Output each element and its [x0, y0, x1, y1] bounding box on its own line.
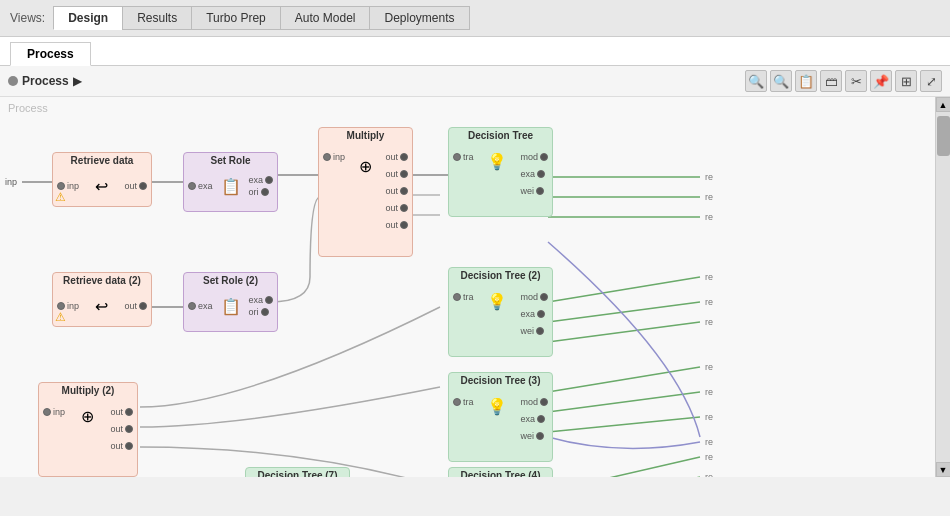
port-decision2-exa[interactable]: [537, 310, 545, 318]
multiply2-icon: ⊕: [74, 402, 102, 430]
port-retrieve2-inp[interactable]: [57, 302, 65, 310]
port-decision3-exa[interactable]: [537, 415, 545, 423]
node-multiply1-body: inp ⊕ out out out out out: [319, 143, 412, 248]
svg-text:re: re: [705, 472, 713, 477]
port-retrieve1-out[interactable]: [139, 182, 147, 190]
port-multiply2-out1[interactable]: [125, 408, 133, 416]
node-retrieve2-body: inp ↩ out: [53, 288, 151, 324]
port-multiply1-inp[interactable]: [323, 153, 331, 161]
port-multiply1-out2[interactable]: [400, 170, 408, 178]
zoom-in-icon[interactable]: 🔍: [770, 70, 792, 92]
node-setrole2[interactable]: Set Role (2) exa 📋 exa ori: [183, 272, 278, 332]
zoom-out-icon[interactable]: 🔍: [745, 70, 767, 92]
port-setrole2-ori[interactable]: [261, 308, 269, 316]
node-decision1-body: tra 💡 mod exa wei: [449, 143, 552, 200]
node-multiply2-title: Multiply (2): [39, 383, 137, 398]
svg-text:re: re: [705, 192, 713, 202]
svg-text:re: re: [705, 362, 713, 372]
tab-auto-model[interactable]: Auto Model: [280, 6, 370, 30]
svg-line-15: [548, 457, 700, 477]
port-decision3-tra[interactable]: [453, 398, 461, 406]
expand-icon[interactable]: ⤢: [920, 70, 942, 92]
node-decision4[interactable]: Decision Tree (4) tra 💡 mod exa: [448, 467, 553, 477]
port-multiply1-out1[interactable]: [400, 153, 408, 161]
port-decision1-tra[interactable]: [453, 153, 461, 161]
paste-icon[interactable]: 📌: [870, 70, 892, 92]
port-setrole2-exa-r[interactable]: [265, 296, 273, 304]
tab-turbo-prep[interactable]: Turbo Prep: [191, 6, 280, 30]
svg-text:re: re: [705, 437, 713, 447]
setrole1-icon: 📋: [217, 172, 245, 200]
top-bar: Views: Design Results Turbo Prep Auto Mo…: [0, 0, 950, 37]
svg-text:inp: inp: [5, 177, 17, 187]
scroll-down-arrow[interactable]: ▼: [936, 462, 951, 477]
port-multiply1-out4[interactable]: [400, 204, 408, 212]
scrollbar[interactable]: ▲ ▼: [935, 97, 950, 477]
save-icon[interactable]: 🗃: [820, 70, 842, 92]
cut-icon[interactable]: ✂: [845, 70, 867, 92]
node-setrole1[interactable]: Set Role exa 📋 exa ori: [183, 152, 278, 212]
node-setrole2-body: exa 📋 exa ori: [184, 288, 277, 324]
tab-design[interactable]: Design: [53, 6, 122, 30]
node-decision7[interactable]: Decision Tree (7) tra 💡 mod exa: [245, 467, 350, 477]
svg-text:re: re: [705, 412, 713, 422]
node-setrole1-title: Set Role: [184, 153, 277, 168]
port-setrole2-exa-l[interactable]: [188, 302, 196, 310]
port-decision2-wei[interactable]: [536, 327, 544, 335]
node-retrieve1[interactable]: Retrieve data inp ↩ out ⚠: [52, 152, 152, 207]
port-multiply2-inp[interactable]: [43, 408, 51, 416]
scroll-thumb[interactable]: [937, 116, 950, 156]
node-setrole2-title: Set Role (2): [184, 273, 277, 288]
port-decision1-exa[interactable]: [537, 170, 545, 178]
svg-line-9: [548, 277, 700, 302]
port-decision2-mod[interactable]: [540, 293, 548, 301]
node-decision3[interactable]: Decision Tree (3) tra 💡 mod exa wei: [448, 372, 553, 462]
port-retrieve2-out[interactable]: [139, 302, 147, 310]
grid-icon[interactable]: ⊞: [895, 70, 917, 92]
canvas[interactable]: Process: [0, 97, 935, 477]
svg-text:re: re: [705, 172, 713, 182]
retrieve2-icon: ↩: [88, 292, 116, 320]
node-decision3-title: Decision Tree (3): [449, 373, 552, 388]
port-decision2-tra[interactable]: [453, 293, 461, 301]
node-retrieve1-body: inp ↩ out: [53, 168, 151, 204]
process-tab[interactable]: Process: [10, 42, 91, 66]
port-multiply2-out2[interactable]: [125, 425, 133, 433]
node-retrieve2[interactable]: Retrieve data (2) inp ↩ out ⚠: [52, 272, 152, 327]
port-setrole1-exa-l[interactable]: [188, 182, 196, 190]
tab-deployments[interactable]: Deployments: [369, 6, 469, 30]
retrieve2-warning-icon: ⚠: [55, 310, 66, 324]
node-multiply1[interactable]: Multiply inp ⊕ out out out out out: [318, 127, 413, 257]
svg-text:re: re: [705, 297, 713, 307]
svg-text:re: re: [705, 452, 713, 462]
port-decision3-wei[interactable]: [536, 432, 544, 440]
node-decision1[interactable]: Decision Tree tra 💡 mod exa wei: [448, 127, 553, 217]
port-decision1-wei[interactable]: [536, 187, 544, 195]
scroll-up-arrow[interactable]: ▲: [936, 97, 951, 112]
setrole2-icon: 📋: [217, 292, 245, 320]
port-setrole1-ori[interactable]: [261, 188, 269, 196]
copy-icon[interactable]: 📋: [795, 70, 817, 92]
node-multiply2[interactable]: Multiply (2) inp ⊕ out out out: [38, 382, 138, 477]
breadcrumb-process[interactable]: Process: [22, 74, 69, 88]
retrieve1-icon: ↩: [88, 172, 116, 200]
node-decision2-body: tra 💡 mod exa wei: [449, 283, 552, 340]
port-multiply2-out3[interactable]: [125, 442, 133, 450]
node-multiply1-title: Multiply: [319, 128, 412, 143]
toolbar: Process ▶ 🔍 🔍 📋 🗃 ✂ 📌 ⊞ ⤢: [0, 66, 950, 97]
port-retrieve1-inp[interactable]: [57, 182, 65, 190]
breadcrumb: Process ▶: [8, 74, 741, 88]
port-setrole1-exa-r[interactable]: [265, 176, 273, 184]
port-multiply1-out5[interactable]: [400, 221, 408, 229]
node-setrole1-body: exa 📋 exa ori: [184, 168, 277, 204]
retrieve1-warning-icon: ⚠: [55, 190, 66, 204]
node-decision2[interactable]: Decision Tree (2) tra 💡 mod exa wei: [448, 267, 553, 357]
svg-line-14: [548, 417, 700, 432]
views-label: Views:: [10, 11, 45, 25]
tab-results[interactable]: Results: [122, 6, 191, 30]
multiply1-icon: ⊕: [351, 152, 379, 180]
process-panel: Process: [0, 37, 950, 66]
port-multiply1-out3[interactable]: [400, 187, 408, 195]
port-decision1-mod[interactable]: [540, 153, 548, 161]
port-decision3-mod[interactable]: [540, 398, 548, 406]
